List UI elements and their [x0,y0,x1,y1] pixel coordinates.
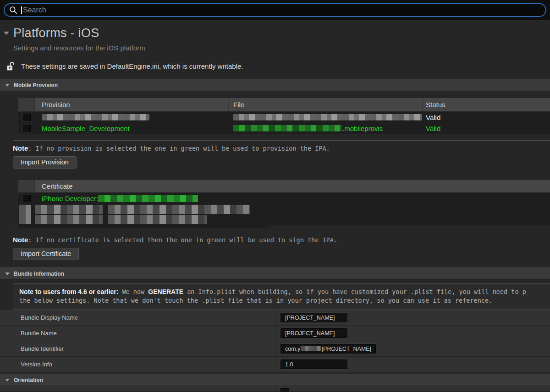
setting-label: Version Info [0,361,52,368]
page-header: Platforms - iOS [4,26,550,40]
setting-label: Bundle Display Name [0,314,78,321]
provision-checkbox[interactable] [23,125,31,132]
note-label: Note [13,236,28,244]
setting-row-version-info: Version Info 1.0 [0,357,550,372]
section-label: Orientation [14,377,43,383]
version-info-input[interactable]: 1.0 [280,359,347,369]
setting-row-bundle-identifier: Bundle Identifier com.y[PROJECT_NAME] [0,341,550,357]
page-title: Platforms - iOS [13,26,99,40]
bundle-info-notice: Note to users from 4.6 or earlier: We no… [13,283,550,310]
identifier-prefix: com.y [285,346,300,352]
redacted-provision-name [42,114,149,120]
search-input[interactable]: Search [4,3,546,17]
config-file-notice-text: These settings are saved in DefaultEngin… [21,62,243,70]
provision-name: MobileSample_Development [35,125,229,132]
setting-row-bundle-name: Bundle Name [PROJECT_NAME] [0,326,550,341]
setting-row-bundle-display-name: Bundle Display Name [PROJECT_NAME] [0,310,550,326]
table-edge [18,225,270,228]
status-valid: Valid [423,125,550,132]
certificate-row-redacted[interactable] [18,204,550,225]
top-bar: Search [0,0,550,20]
redacted-file-name [233,125,342,131]
section-header-orientation[interactable]: Orientation [0,374,550,386]
identifier-suffix: [PROJECT_NAME] [322,346,371,352]
bundle-identifier-input[interactable]: com.y[PROJECT_NAME] [280,344,376,354]
unlock-icon[interactable] [6,61,15,71]
certificate-table: Certificate iPhone Developer: [18,180,550,228]
orientation-checkbox[interactable] [280,388,289,392]
file-suffix: .mobileprovis [342,125,383,132]
column-header-certificate[interactable]: Certificate [35,180,550,192]
search-icon [9,6,17,14]
column-splitter[interactable] [275,357,275,372]
provision-note: Note: If no provision is selected the on… [13,144,550,152]
column-header-provision[interactable]: Provision [35,98,229,111]
redacted-block [108,215,207,224]
setting-row-partial [0,386,550,391]
redacted-company-name [301,346,321,351]
column-splitter[interactable] [275,341,275,356]
import-provision-button[interactable]: Import Provision [13,156,77,169]
note-label: Note [13,144,28,152]
setting-label: Bundle Name [0,330,57,337]
certificate-checkbox[interactable] [23,195,31,202]
redacted-block [19,205,31,224]
section-collapse-icon [5,379,10,381]
config-file-notice: These settings are saved in DefaultEngin… [6,61,550,71]
status-valid: Valid [423,114,550,121]
provision-row-redacted[interactable]: Valid [18,112,550,123]
notice-generate: GENERATE [148,288,183,295]
section-header-bundle-information[interactable]: Bundle Information [0,267,550,280]
divider [13,140,550,141]
search-placeholder: Search [23,6,46,14]
text-cursor [21,6,22,14]
column-header-file[interactable]: File [229,98,423,111]
notice-text: We now [118,288,148,295]
section-header-mobile-provision[interactable]: Mobile Provision [0,79,550,91]
setting-label: Bundle Identifier [0,345,64,352]
provision-table: Provision File Status Valid MobileSample… [18,98,550,134]
provision-checkbox[interactable] [23,114,31,121]
column-splitter[interactable] [275,326,275,341]
certificate-table-header: Certificate [18,180,550,193]
notice-text: the below settings. Note that we don't t… [19,297,492,304]
notice-text: an Info.plist when building, so if you h… [183,288,526,295]
provision-row-selected-green[interactable]: MobileSample_Development .mobileprovis V… [18,123,550,134]
notice-bold-intro: Note to users from 4.6 or earlier: [19,288,118,295]
redacted-file-name [233,114,422,120]
certificate-name: iPhone Developer: [42,195,98,202]
bundle-display-name-input[interactable]: [PROJECT_NAME] [280,313,347,322]
bundle-name-input[interactable]: [PROJECT_NAME] [280,328,347,338]
redacted-block [35,215,103,224]
column-header-status[interactable]: Status [423,98,550,111]
column-splitter[interactable] [275,310,275,325]
import-certificate-button[interactable]: Import Certificate [13,248,79,260]
collapse-arrow-icon[interactable] [4,32,9,35]
checkbox-column-header [18,180,35,192]
redacted-certificate-name [98,195,198,202]
section-label: Mobile Provision [14,82,58,88]
provision-table-header: Provision File Status [18,98,550,112]
divider [13,232,550,232]
redacted-block [108,205,250,214]
note-text: : If no provision is selected the one in… [28,145,330,152]
certificate-note: Note: If no certificate is selected then… [13,236,550,244]
column-splitter[interactable] [275,386,275,391]
checkbox-column-header [18,98,35,111]
note-text: : If no certificate is selected then the… [28,236,337,244]
section-collapse-icon [5,272,10,275]
certificate-row-selected-green[interactable]: iPhone Developer: [18,193,550,204]
redacted-block [35,205,103,214]
section-collapse-icon [5,84,10,87]
section-label: Bundle Information [14,271,64,277]
page-subtitle: Settings and resources for the iOS platf… [13,44,550,52]
